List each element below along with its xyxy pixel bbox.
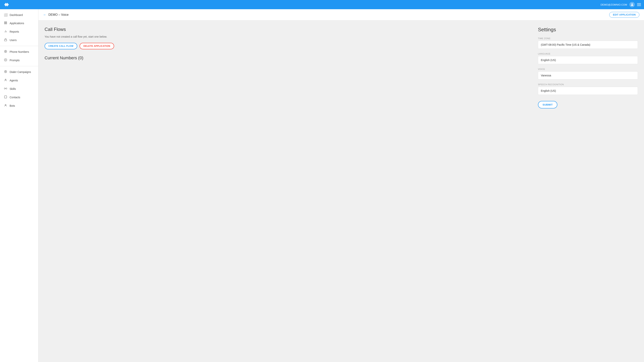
sidebar: ⬜ Dashboard Applications Reports Users xyxy=(0,9,38,362)
svg-point-19 xyxy=(5,104,6,105)
call-flows-section: Call Flows You have not created a call f… xyxy=(44,27,530,356)
content-area: Call Flows You have not created a call f… xyxy=(38,20,644,362)
settings-title: Settings xyxy=(538,27,638,33)
agents-icon xyxy=(4,78,7,82)
svg-point-9 xyxy=(5,51,6,52)
sidebar-label-dialer-campaigns: Dialer Campaigns xyxy=(10,70,31,73)
svg-point-17 xyxy=(5,88,6,89)
svg-point-10 xyxy=(4,50,7,53)
settings-field-voice: VOICE Vanessa xyxy=(538,68,638,79)
settings-section: Settings TIME ZONE: (GMT-08:00) Pacific … xyxy=(538,27,638,356)
app-body: ⬜ Dashboard Applications Reports Users xyxy=(0,9,644,362)
sidebar-label-bots: Bots xyxy=(10,104,15,107)
main-content: ← DEMO – Voice EDIT APPLICATION Call Flo… xyxy=(38,9,644,362)
sidebar-label-skills: Skills xyxy=(10,87,16,90)
sidebar-label-contacts: Contacts xyxy=(10,96,20,99)
svg-rect-3 xyxy=(4,23,6,24)
voice-label: VOICE xyxy=(538,68,638,70)
sidebar-label-phone-numbers: Phone Numbers xyxy=(10,50,29,53)
speech-recognition-label: SPEECH RECOGNITION xyxy=(538,83,638,86)
svg-point-16 xyxy=(5,79,6,80)
bots-icon xyxy=(4,104,7,108)
page-header: ← DEMO – Voice EDIT APPLICATION xyxy=(38,9,644,20)
sidebar-item-agents[interactable]: Agents xyxy=(0,76,38,85)
settings-field-speech-recognition: SPEECH RECOGNITION English (US) xyxy=(538,83,638,95)
top-bar: DEMO@ZOMNIO.COM xyxy=(0,0,644,9)
sidebar-label-dashboard: Dashboard xyxy=(10,13,23,16)
svg-rect-4 xyxy=(6,23,7,24)
logo xyxy=(3,1,10,8)
settings-field-language: LANGUAGE English (US) xyxy=(538,53,638,64)
avatar[interactable] xyxy=(630,2,635,7)
sidebar-item-contacts[interactable]: Contacts xyxy=(0,93,38,101)
sidebar-label-users: Users xyxy=(10,38,17,42)
submit-button[interactable]: SUBMIT xyxy=(538,101,557,108)
svg-rect-1 xyxy=(4,22,6,23)
time-zone-label: TIME ZONE: xyxy=(538,37,638,39)
prompts-icon xyxy=(4,58,7,62)
sidebar-item-prompts[interactable]: Prompts xyxy=(0,56,38,64)
page-header-left: ← DEMO – Voice xyxy=(43,13,68,17)
users-icon xyxy=(4,38,7,42)
svg-rect-18 xyxy=(4,96,7,98)
svg-rect-8 xyxy=(4,39,7,41)
sidebar-item-applications[interactable]: Applications xyxy=(0,19,38,27)
sidebar-item-bots[interactable]: Bots xyxy=(0,101,38,110)
sidebar-item-reports[interactable]: Reports xyxy=(0,27,38,36)
applications-icon xyxy=(4,21,7,25)
dialer-campaigns-icon xyxy=(4,70,7,74)
svg-point-0 xyxy=(632,3,633,4)
svg-point-15 xyxy=(4,70,7,73)
voice-value: Vanessa xyxy=(538,71,638,79)
language-label: LANGUAGE xyxy=(538,53,638,55)
skills-icon xyxy=(4,87,7,91)
sidebar-item-dialer-campaigns[interactable]: Dialer Campaigns xyxy=(0,68,38,76)
header-right: DEMO@ZOMNIO.COM xyxy=(600,2,641,7)
hamburger-menu-icon[interactable] xyxy=(637,3,641,6)
sidebar-item-phone-numbers[interactable]: Phone Numbers xyxy=(0,48,38,56)
sidebar-label-reports: Reports xyxy=(10,30,19,33)
sidebar-label-applications: Applications xyxy=(10,22,24,25)
edit-application-button[interactable]: EDIT APPLICATION xyxy=(609,12,640,18)
contacts-icon xyxy=(4,95,7,99)
sidebar-divider-2 xyxy=(0,66,38,66)
action-buttons: CREATE CALL FLOW DELETE APPLICATION xyxy=(44,43,530,49)
sidebar-label-agents: Agents xyxy=(10,79,18,82)
current-numbers-title: Current Numbers (0) xyxy=(44,55,530,60)
sidebar-item-dashboard[interactable]: ⬜ Dashboard xyxy=(0,11,38,19)
dashboard-icon: ⬜ xyxy=(4,13,7,17)
language-value: English (US) xyxy=(538,56,638,64)
create-call-flow-button[interactable]: CREATE CALL FLOW xyxy=(44,43,77,49)
phone-numbers-icon xyxy=(4,50,7,54)
settings-field-time-zone: TIME ZONE: (GMT-08:00) Pacific Time (US … xyxy=(538,37,638,49)
sidebar-label-prompts: Prompts xyxy=(10,59,20,62)
page-title: DEMO – Voice xyxy=(48,13,68,16)
speech-recognition-value: English (US) xyxy=(538,87,638,95)
sidebar-item-skills[interactable]: Skills xyxy=(0,85,38,93)
call-flows-subtitle: You have not created a call flow yet, st… xyxy=(44,35,530,38)
delete-application-button[interactable]: DELETE APPLICATION xyxy=(80,43,114,49)
sidebar-item-users[interactable]: Users xyxy=(0,36,38,44)
user-email: DEMO@ZOMNIO.COM xyxy=(600,3,627,6)
time-zone-value: (GMT-08:00) Pacific Time (US & Canada) xyxy=(538,41,638,49)
back-arrow-icon[interactable]: ← xyxy=(43,13,46,17)
svg-point-14 xyxy=(5,71,6,72)
call-flows-title: Call Flows xyxy=(44,27,530,32)
svg-rect-2 xyxy=(6,22,7,23)
reports-icon xyxy=(4,30,7,33)
